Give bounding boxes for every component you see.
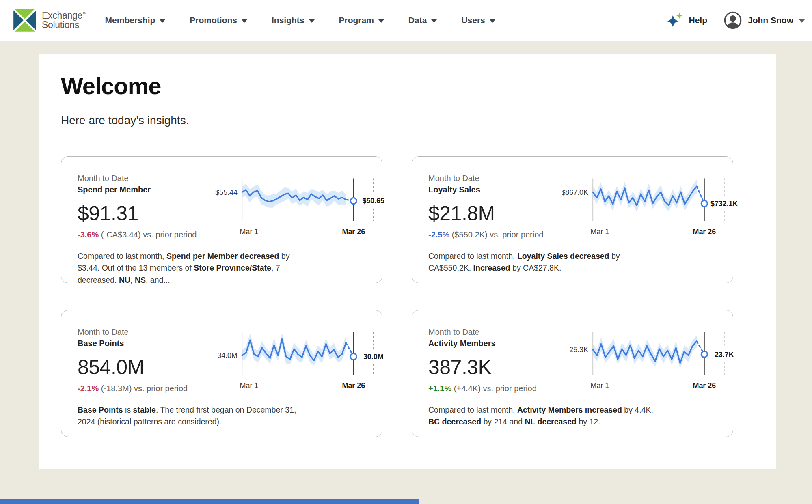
kpi-card-base-points[interactable]: Month to Date Base Points 854.0M -2.1% (…: [61, 310, 382, 437]
chevron-down-icon: [160, 19, 165, 23]
sparkline-chart: 25.3K 23.7K Mar 1 Mar 26: [562, 327, 742, 394]
nav-item-data[interactable]: Data: [408, 15, 437, 25]
nav-item-program[interactable]: Program: [339, 15, 384, 25]
card-summary: Compared to last month, Activity Members…: [428, 404, 658, 428]
svg-text:Mar 26: Mar 26: [693, 228, 716, 236]
card-period: Month to Date: [78, 174, 212, 183]
svg-text:Mar 1: Mar 1: [591, 228, 609, 236]
kpi-card-activity-members[interactable]: Month to Date Activity Members 387.3K +1…: [412, 310, 733, 437]
avatar-icon: [723, 11, 742, 30]
brand-wordmark: Exchange™ Solutions: [42, 11, 86, 30]
main-menu: Membership Promotions Insights Program D…: [105, 15, 495, 25]
nav-item-users[interactable]: Users: [461, 15, 495, 25]
card-summary: Compared to last month, Spend per Member…: [78, 250, 307, 286]
chevron-down-icon: [309, 19, 315, 23]
card-period: Month to Date: [428, 174, 562, 183]
chevron-down-icon: [799, 19, 805, 23]
svg-text:Mar 26: Mar 26: [342, 228, 365, 236]
svg-text:Mar 1: Mar 1: [240, 228, 259, 236]
nav-item-membership[interactable]: Membership: [105, 15, 166, 25]
card-period: Month to Date: [78, 327, 212, 337]
svg-text:34.0M: 34.0M: [217, 351, 238, 360]
card-summary: Base Points is stable. The trend first b…: [78, 404, 307, 428]
card-metric: Activity Members: [428, 339, 562, 348]
svg-text:$867.0K: $867.0K: [562, 188, 588, 196]
exchange-solutions-logo-icon: [13, 9, 37, 32]
svg-text:$55.44: $55.44: [215, 188, 238, 196]
card-delta: -2.1% (-18.3M) vs. prior period: [78, 384, 212, 393]
nav-item-promotions[interactable]: Promotions: [190, 15, 247, 25]
svg-text:$732.1K: $732.1K: [710, 200, 738, 208]
nav-item-insights[interactable]: Insights: [272, 15, 315, 25]
top-nav: Exchange™ Solutions Membership Promotion…: [0, 0, 812, 41]
svg-text:30.0M: 30.0M: [363, 353, 384, 361]
svg-text:$50.65: $50.65: [362, 197, 384, 205]
svg-text:Mar 26: Mar 26: [693, 381, 716, 390]
user-name: John Snow: [748, 15, 793, 25]
svg-text:25.3K: 25.3K: [569, 346, 588, 354]
card-metric: Spend per Member: [78, 185, 212, 194]
card-metric: Base Points: [78, 339, 212, 348]
card-value: 387.3K: [428, 355, 562, 379]
user-menu[interactable]: John Snow: [723, 11, 805, 30]
kpi-card-loyalty-sales[interactable]: Month to Date Loyalty Sales $21.8M -2.5%…: [412, 156, 733, 283]
card-summary: Compared to last month, Loyalty Sales de…: [428, 250, 658, 274]
kpi-cards: Month to Date Spend per Member $91.31 -3…: [61, 156, 776, 437]
svg-text:Mar 1: Mar 1: [591, 381, 609, 390]
chevron-down-icon: [242, 19, 247, 23]
chevron-down-icon: [490, 19, 495, 23]
card-value: $91.31: [78, 202, 212, 225]
kpi-card-spend-per-member[interactable]: Month to Date Spend per Member $91.31 -3…: [61, 156, 382, 283]
svg-text:Mar 1: Mar 1: [240, 381, 259, 390]
brand-logo[interactable]: Exchange™ Solutions: [13, 9, 86, 32]
bottom-accent-bar: [0, 499, 419, 504]
card-value: $21.8M: [428, 202, 562, 225]
sparkline-chart: $55.44 $50.65 Mar 1 Mar 26: [212, 174, 391, 240]
sparkline-chart: 34.0M 30.0M Mar 1 Mar 26: [212, 327, 391, 394]
chevron-down-icon: [378, 19, 384, 23]
card-delta: -2.5% ($550.2K) vs. prior period: [428, 230, 562, 239]
chevron-down-icon: [431, 19, 437, 23]
svg-text:23.7K: 23.7K: [715, 351, 734, 359]
page-subtitle: Here are today’s insights.: [61, 114, 776, 127]
nav-right: Help John Snow: [667, 11, 805, 30]
help-button[interactable]: Help: [667, 12, 707, 29]
card-delta: -3.6% (-CA$3.44) vs. prior period: [78, 230, 212, 239]
content-panel: Welcome Here are today’s insights. Month…: [39, 54, 776, 469]
card-metric: Loyalty Sales: [428, 185, 562, 194]
sparkle-icon: [667, 12, 684, 29]
page-title: Welcome: [61, 72, 776, 99]
card-value: 854.0M: [78, 355, 212, 379]
svg-text:Mar 26: Mar 26: [342, 381, 365, 390]
sparkline-chart: $867.0K $732.1K Mar 1 Mar 26: [562, 174, 742, 240]
card-delta: +1.1% (+4.4K) vs. prior period: [428, 384, 562, 393]
card-period: Month to Date: [428, 327, 562, 337]
